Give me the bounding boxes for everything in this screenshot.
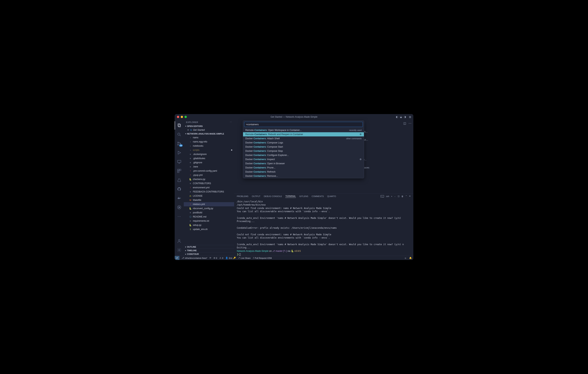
file-name: update_env.sh: [193, 228, 208, 231]
file-row[interactable]: 🐍checkenv.py: [184, 177, 234, 181]
open-editor-tab[interactable]: ✕ ⧉ Get Started: [184, 128, 234, 132]
open-editors-header[interactable]: ▾ OPEN EDITORS: [184, 125, 234, 128]
file-row[interactable]: ≡.dockerignore: [184, 152, 234, 156]
activity-search[interactable]: [175, 130, 184, 139]
terminal-dropdown-icon[interactable]: ⌄: [394, 195, 396, 197]
file-row[interactable]: !environment.yml: [184, 185, 234, 190]
status-pr[interactable]: ⤴Pull Request #284: [253, 257, 272, 259]
activity-extensions[interactable]: [175, 167, 184, 175]
activity-run-debug[interactable]: [175, 149, 184, 157]
panel-tab-comments[interactable]: COMMENTS: [312, 195, 324, 198]
txt-icon: ≡: [189, 166, 192, 168]
bell-icon[interactable]: 🔔: [409, 257, 412, 259]
command-palette-item[interactable]: Remote-Containers: Rebuild and Reopen in…: [243, 132, 364, 136]
file-row[interactable]: ≡postBuild: [184, 211, 234, 215]
file-row[interactable]: !mkdocs.yml: [184, 202, 234, 206]
file-row[interactable]: $update_env.sh: [184, 227, 234, 231]
layout-left-icon[interactable]: ◧: [396, 116, 398, 118]
file-row[interactable]: 🐍nbconvert_config.py: [184, 206, 234, 211]
status-errors[interactable]: ⊘0: [213, 257, 217, 259]
modified-dot: [231, 150, 232, 151]
file-row[interactable]: ⓘREADME.md: [184, 215, 234, 219]
outline-header[interactable]: ▸OUTLINE: [184, 245, 234, 249]
file-row[interactable]: 🐍setup.py: [184, 223, 234, 227]
status-liveshare[interactable]: ↗Live Share: [238, 257, 251, 259]
maximize-window-button[interactable]: [185, 116, 187, 118]
file-row[interactable]: ›scripts: [184, 148, 234, 152]
file-row[interactable]: !.pyup.yml: [184, 173, 234, 177]
command-palette-item[interactable]: Docker Containers: Refresh: [243, 170, 364, 174]
panel-tab-quarto[interactable]: QUARTO: [327, 195, 336, 198]
file-row[interactable]: ≡.gitignore: [184, 160, 234, 165]
status-user[interactable]: 👤Eric🔑: [225, 257, 236, 259]
file-row[interactable]: MMakefile: [184, 198, 234, 202]
split-terminal-icon[interactable]: ◫: [398, 195, 399, 197]
command-palette-item[interactable]: Remote-Containers: Open Workspace in Con…: [243, 128, 364, 132]
command-palette-item[interactable]: Docker Containers: Remove...: [243, 174, 364, 178]
svg-point-21: [179, 249, 180, 251]
activity-more[interactable]: ⋯: [175, 212, 184, 221]
new-terminal-icon[interactable]: +: [391, 195, 392, 197]
minimize-window-button[interactable]: [181, 116, 183, 118]
terminal-shell-label[interactable]: zsh: [386, 195, 389, 197]
maximize-panel-icon[interactable]: ⌃: [405, 195, 407, 197]
sidebar-more-icon[interactable]: ⋯: [230, 121, 232, 123]
command-palette-item[interactable]: Docker Containers: Configure Explorer...: [243, 153, 364, 157]
command-palette-input[interactable]: [244, 122, 363, 127]
activity-testing[interactable]: [175, 176, 184, 184]
status-warnings[interactable]: ⚠0: [219, 257, 223, 259]
close-icon[interactable]: ✕: [187, 129, 189, 131]
file-row[interactable]: ≡.here: [184, 165, 234, 169]
panel-tab-gitlens[interactable]: GITLENS: [299, 195, 308, 198]
layout-custom-icon[interactable]: ▥: [409, 116, 411, 118]
activity-explorer[interactable]: [175, 121, 184, 129]
command-palette-item[interactable]: Docker Containers: Inspect⚙: [243, 157, 364, 161]
activity-source-control[interactable]: 19: [175, 139, 184, 148]
panel-tab-terminal[interactable]: TERMINAL: [285, 195, 296, 198]
command-palette-item[interactable]: Docker Containers: Open in Browser: [243, 161, 364, 166]
activity-docker[interactable]: [175, 194, 184, 202]
file-row[interactable]: ›nams.egg-info: [184, 140, 234, 144]
activity-settings[interactable]: [175, 246, 184, 254]
panel-tabs: PROBLEMSOUTPUTDEBUG CONSOLETERMINALGITLE…: [234, 193, 413, 199]
gear-icon[interactable]: ⚙: [359, 133, 362, 136]
panel-tab-output[interactable]: OUTPUT: [252, 195, 260, 198]
layout-right-icon[interactable]: ◨: [404, 116, 406, 118]
close-panel-icon[interactable]: ✕: [409, 195, 411, 197]
activity-github[interactable]: [175, 185, 184, 193]
activity-account[interactable]: [175, 237, 184, 245]
command-palette-item[interactable]: Docker Containers: Compose Start: [243, 145, 364, 149]
terminal-launch-icon[interactable]: >_: [381, 195, 384, 197]
file-row[interactable]: ›notebooks: [184, 144, 234, 148]
command-palette-item[interactable]: Docker Containers: Prune...: [243, 166, 364, 170]
panel-tab-problems[interactable]: PROBLEMS: [237, 195, 248, 198]
remote-indicator[interactable]: ⇄: [175, 256, 179, 260]
codetour-header[interactable]: ▸CODETOUR: [184, 252, 234, 256]
svg-rect-8: [178, 160, 181, 162]
terminal[interactable]: /bin:/usr/local/bin /opt/homebrew/bin/ex…: [234, 199, 413, 256]
status-sync[interactable]: ⟳: [210, 257, 211, 259]
file-row[interactable]: ≡FEEDBACK-CONTRIBUTORS: [184, 190, 234, 194]
file-row[interactable]: ≡.gitattributes: [184, 156, 234, 160]
command-palette-item[interactable]: Docker Containers: Attach Shellother com…: [243, 136, 364, 140]
activity-remote-explorer[interactable]: [175, 158, 184, 166]
editor-more-icon[interactable]: ⋯: [409, 121, 411, 125]
activity-codetour[interactable]: [175, 203, 184, 212]
gear-icon[interactable]: ⚙: [359, 158, 362, 161]
layout-bottom-icon[interactable]: ⬓: [400, 116, 402, 118]
command-palette-item[interactable]: Docker Containers: Compose Stop: [243, 149, 364, 153]
file-row[interactable]: ›nams: [184, 136, 234, 140]
split-editor-icon[interactable]: ◫: [403, 121, 406, 125]
workspace-header[interactable]: ▾ NETWORK-ANALYSIS-MADE-SIMPLE: [184, 132, 234, 136]
file-row[interactable]: !.pre-commit-config.yaml: [184, 169, 234, 173]
file-row[interactable]: ≡requirements.txt: [184, 219, 234, 223]
kill-terminal-icon[interactable]: 🗑: [401, 195, 403, 197]
command-palette-item[interactable]: Docker Containers: Compose Logs: [243, 140, 364, 145]
close-window-button[interactable]: [177, 116, 179, 118]
timeline-header[interactable]: ▸TIMELINE: [184, 249, 234, 252]
status-branch[interactable]: ⎇ infra/devcontainer-fixes*: [182, 257, 207, 259]
panel-tab-debug-console[interactable]: DEBUG CONSOLE: [264, 195, 282, 198]
file-row[interactable]: ≡CONTRIBUTORS: [184, 181, 234, 185]
feedback-icon[interactable]: ☺: [404, 257, 407, 259]
file-row[interactable]: ⚖LICENSE: [184, 194, 234, 198]
